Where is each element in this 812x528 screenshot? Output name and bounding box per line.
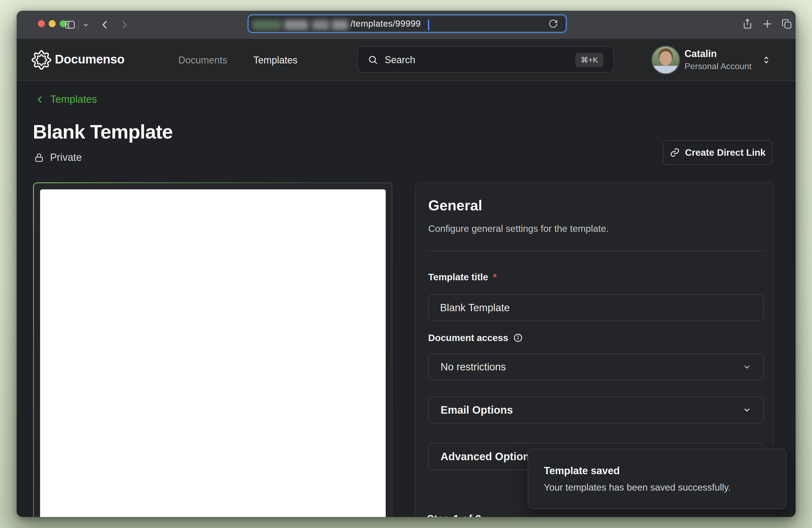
new-tab-icon[interactable] xyxy=(762,18,773,30)
document-preview-card xyxy=(33,182,392,517)
brand-name: Documenso xyxy=(55,52,125,67)
create-direct-link-button[interactable]: Create Direct Link xyxy=(663,140,772,165)
email-options-section[interactable]: Email Options xyxy=(428,396,764,423)
link-icon xyxy=(670,148,680,157)
search-shortcut-badge: ⌘+K xyxy=(575,53,603,67)
document-access-label-row: Document access xyxy=(428,333,764,343)
advanced-options-label: Advanced Options xyxy=(440,451,536,463)
toolbar-divider xyxy=(78,19,79,31)
lock-icon xyxy=(34,152,44,163)
document-access-label: Document access xyxy=(428,333,508,343)
url-path-text: /templates/99999 xyxy=(350,16,421,31)
info-icon[interactable] xyxy=(513,333,523,343)
search-input[interactable]: Search ⌘+K xyxy=(357,46,614,73)
sidebar-chevron-down-icon[interactable] xyxy=(82,21,89,29)
step-indicator: Step 1 of 3 xyxy=(427,513,481,517)
divider xyxy=(428,251,764,251)
avatar[interactable] xyxy=(652,46,679,73)
toast-notification: Template saved Your templates has been s… xyxy=(528,449,787,509)
document-access-value: No restrictions xyxy=(440,361,506,373)
close-window-button[interactable] xyxy=(38,20,45,27)
main-content: Templates Blank Template Private Create … xyxy=(17,81,796,517)
document-access-select[interactable]: No restrictions xyxy=(428,353,764,380)
visibility-label: Private xyxy=(50,152,82,163)
forward-button[interactable] xyxy=(118,18,130,31)
template-title-label: Template title xyxy=(428,272,488,282)
blurred-domain-segment xyxy=(284,20,308,30)
documenso-logo-icon xyxy=(31,50,52,70)
app-header: Documenso Documents Templates Search ⌘+K… xyxy=(17,39,796,81)
required-marker: * xyxy=(493,272,497,282)
account-type: Personal Account xyxy=(684,61,752,71)
template-title-label-row: Template title * xyxy=(428,272,764,282)
blurred-domain-segment xyxy=(312,20,330,30)
panel-heading: General xyxy=(428,197,764,214)
account-chevron-updown-icon[interactable] xyxy=(761,55,771,65)
back-button[interactable] xyxy=(99,18,111,31)
email-options-label: Email Options xyxy=(440,404,513,416)
document-preview-page xyxy=(40,189,386,517)
blurred-domain-segment xyxy=(252,20,281,30)
chevron-down-icon xyxy=(742,405,752,414)
tab-overview-icon[interactable] xyxy=(781,18,792,30)
search-icon xyxy=(368,55,378,65)
minimize-window-button[interactable] xyxy=(49,20,56,27)
nav-templates[interactable]: Templates xyxy=(253,55,298,66)
text-cursor xyxy=(428,20,429,30)
reload-icon[interactable] xyxy=(548,16,558,31)
account-name: Catalin xyxy=(684,48,717,59)
toast-title: Template saved xyxy=(544,465,771,476)
sidebar-toggle-icon[interactable] xyxy=(64,19,76,31)
create-direct-link-label: Create Direct Link xyxy=(685,147,766,158)
browser-toolbar: /templates/99999 xyxy=(17,11,796,39)
breadcrumb[interactable]: Templates xyxy=(35,93,97,105)
toast-message: Your templates has been saved successful… xyxy=(544,482,771,493)
template-title-input[interactable] xyxy=(428,294,764,321)
chevron-down-icon xyxy=(742,362,752,371)
blurred-domain-segment xyxy=(332,20,348,30)
chevron-left-icon xyxy=(35,95,45,104)
panel-description: Configure general settings for the templ… xyxy=(428,223,764,234)
nav-documents[interactable]: Documents xyxy=(178,55,227,66)
address-bar[interactable]: /templates/99999 xyxy=(247,14,567,33)
page-title: Blank Template xyxy=(33,120,173,143)
share-icon[interactable] xyxy=(742,18,753,30)
search-placeholder: Search xyxy=(385,54,415,65)
breadcrumb-label: Templates xyxy=(50,93,97,105)
browser-window: /templates/99999 xyxy=(17,11,796,517)
visibility-row: Private xyxy=(34,152,82,163)
